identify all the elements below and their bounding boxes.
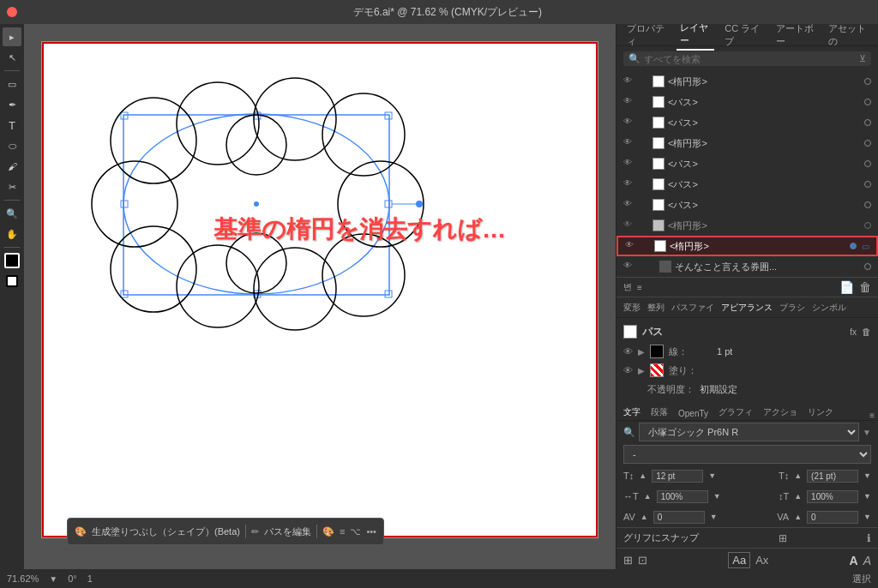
font-family-select[interactable]: 小塚ゴシック Pr6N R [639,423,859,441]
grid-snap-icon2[interactable]: ℹ [867,532,871,544]
svg-rect-8 [385,291,392,297]
layer-item[interactable]: 👁 <パス> [616,174,878,195]
fill-expand[interactable]: ▶ [638,366,645,375]
gen-fill-label[interactable]: 生成塗りつぶし（シェイプ）(Beta) [92,525,240,538]
font-size-input[interactable] [652,470,703,483]
font-style-select[interactable]: - [623,445,871,464]
eye-icon[interactable]: 👁 [623,365,633,375]
stroke-expand[interactable]: ▶ [638,347,645,357]
eye-icon[interactable]: 👁 [623,137,635,149]
scale-v-input[interactable] [807,490,858,503]
close-button[interactable] [7,7,17,17]
eye-icon[interactable]: 👁 [623,178,635,190]
zoom-tool[interactable]: 🔍 [3,204,21,223]
typo-tab-graphic[interactable]: グラフィ [715,405,756,420]
tab-transform[interactable]: 変形 [623,302,640,314]
left-toolbar: ▸ ↖ ▭ ✒ T ⬭ 🖌 ✂ 🔍 ✋ [0,24,24,569]
down-arrow[interactable]: ▼ [708,471,716,480]
tab-symbol[interactable]: シンボル [812,302,846,314]
eye-icon[interactable]: 👁 [623,261,635,273]
eye-icon[interactable]: 👁 [623,219,635,231]
up-arrow3[interactable]: ▲ [644,492,652,501]
down-arrow2[interactable]: ▼ [863,471,871,480]
typo-tab-text[interactable]: 文字 [620,405,644,420]
eye-icon[interactable]: 👁 [623,96,635,108]
more-icon[interactable]: ••• [366,526,376,537]
tab-cclive[interactable]: CC ライブ [721,24,765,50]
icon-aa3[interactable]: Aa [728,552,750,568]
tab-assets[interactable]: アセットの [825,24,871,50]
eye-icon[interactable]: 👁 [625,240,637,252]
tab-artboard[interactable]: アートボー [773,24,819,50]
zoom-dropdown[interactable]: ▼ [49,574,57,584]
layer-item[interactable]: 👁 <楕円形> [616,215,878,236]
scissors-tool[interactable]: ✂ [3,177,21,196]
up-arrow4[interactable]: ▲ [794,492,802,501]
tracking-input1[interactable] [653,511,705,524]
type-tool[interactable]: T [3,116,21,135]
tab-pathfinder[interactable]: パスファイ [671,302,714,314]
icon-a-sans[interactable]: A [863,554,871,567]
scale-h-input[interactable] [657,490,708,503]
select-tool[interactable]: ▸ [3,27,21,46]
delete-icon[interactable]: 🗑 [862,327,871,337]
search-input[interactable] [644,54,856,64]
font-size-input2[interactable] [807,470,858,483]
tracking-input2[interactable] [807,511,858,524]
typo-tab-paragraph[interactable]: 段落 [647,405,671,420]
fill-swatch [650,363,664,377]
paintbrush-tool[interactable]: 🖌 [3,157,21,176]
svg-rect-3 [385,112,392,119]
up-arrow5[interactable]: ▲ [640,513,648,521]
layer-item[interactable]: 👁 <楕円形> [616,133,878,153]
typo-tab-link[interactable]: リンク [804,405,837,420]
direct-select-tool[interactable]: ↖ [3,48,21,67]
tab-appearance[interactable]: アピアランス [721,302,773,314]
icon-aa2[interactable]: ⊡ [638,554,647,567]
icon-ax[interactable]: Ax [755,554,768,567]
icon-aa1[interactable]: ⊞ [623,554,633,567]
delete-layer-icon[interactable]: 🗑 [859,280,871,294]
fx-icon[interactable]: fx [850,327,857,337]
selected-layer-item[interactable]: 👁 <楕円形> ▭ [616,236,878,256]
ellipse-tool[interactable]: ⬭ [3,136,21,155]
menu-icon[interactable]: ≡ [869,411,875,420]
eye-icon[interactable]: 👁 [623,346,633,357]
tab-align[interactable]: 整列 [647,302,665,314]
tab-layers[interactable]: レイヤー [677,24,715,51]
eye-icon[interactable]: 👁 [623,117,635,129]
svg-point-21 [322,234,405,316]
grid-snap-icon1[interactable]: ⊞ [779,532,787,544]
layer-item[interactable]: 👁 <パス> [616,153,878,174]
down-arrow4[interactable]: ▼ [863,492,871,501]
layer-item[interactable]: 👁 <パス> [616,195,878,215]
eye-icon[interactable]: 👁 [623,199,635,211]
pen-tool[interactable]: ✒ [3,95,21,114]
filter-icon[interactable]: ⊻ [859,53,866,64]
tab-properties[interactable]: プロパティ [623,24,670,50]
hand-tool[interactable]: ✋ [3,225,21,243]
layer-item[interactable]: 👁 <パス> [616,92,878,112]
layer-name: <パス> [668,158,861,171]
typo-tab-action[interactable]: アクショ [760,405,801,420]
layer-item[interactable]: 👁 <楕円形> [616,71,878,92]
typo-tab-opentype[interactable]: OpenTy [675,407,712,420]
tab-brush[interactable]: ブラシ [779,302,805,314]
down-arrow5[interactable]: ▼ [710,513,718,521]
layer-item[interactable]: 👁 そんなこと言える券囲... [616,256,878,277]
new-layer-icon[interactable]: 📄 [839,280,854,294]
stroke-color[interactable] [6,275,18,287]
icon-a-serif[interactable]: A [850,554,858,567]
eye-icon[interactable]: 👁 [623,158,635,170]
fill-color[interactable] [4,253,20,268]
down-arrow3[interactable]: ▼ [713,492,721,501]
up-arrow[interactable]: ▲ [639,471,646,480]
edit-path-label[interactable]: パスを編集 [264,525,311,538]
eye-icon[interactable]: 👁 [623,75,635,87]
warp-icon: ⌥ [350,526,361,537]
up-arrow2[interactable]: ▲ [794,471,802,480]
rectangle-tool[interactable]: ▭ [3,75,21,93]
down-arrow6[interactable]: ▼ [863,513,871,521]
up-arrow6[interactable]: ▲ [794,513,802,521]
layer-item[interactable]: 👁 <パス> [616,112,878,133]
